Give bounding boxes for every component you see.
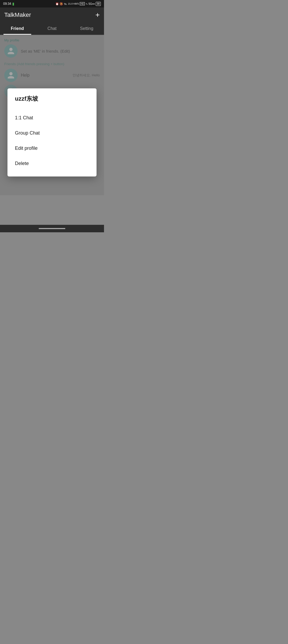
add-button[interactable]: + xyxy=(95,11,100,19)
signal-icon: 5G▪▪▪ xyxy=(89,2,95,5)
modal-title: uzzf东坡 xyxy=(15,95,89,103)
content-area: My profile Set as 'ME' in friends. (Edit… xyxy=(0,35,104,195)
bottom-nav-bar xyxy=(0,225,104,232)
tab-friend[interactable]: Friend xyxy=(0,22,35,35)
status-time-section: 09:34 ▮ xyxy=(3,2,14,6)
message-app-icon: ▮ xyxy=(12,2,14,6)
speed-indicator: 21.0 KB/S xyxy=(68,2,79,5)
modal-item-group-chat[interactable]: Group Chat xyxy=(15,125,89,141)
tab-setting[interactable]: Setting xyxy=(69,22,104,35)
modal-item-delete[interactable]: Delete xyxy=(15,156,89,171)
bluetooth-icon: ℡ xyxy=(64,2,67,6)
home-indicator[interactable] xyxy=(39,228,65,229)
status-bar: 09:34 ▮ ⏰ 🔕 ℡ 21.0 KB/S HD ∿ 5G▪▪▪ 98 xyxy=(0,0,104,7)
modal-item-one-on-one-chat[interactable]: 1:1 Chat xyxy=(15,110,89,125)
tab-chat[interactable]: Chat xyxy=(35,22,69,35)
tab-bar: Friend Chat Setting xyxy=(0,22,104,35)
battery-level: 98 xyxy=(97,2,100,5)
modal-item-edit-profile[interactable]: Edit profile xyxy=(15,141,89,156)
mute-icon: 🔕 xyxy=(59,2,63,6)
wifi-icon: ∿ xyxy=(86,2,88,5)
status-icons: ⏰ 🔕 ℡ 21.0 KB/S HD ∿ 5G▪▪▪ 98 xyxy=(55,2,101,6)
hd-badge: HD xyxy=(80,2,85,5)
app-header: TalkMaker + xyxy=(0,7,104,22)
status-time: 09:34 xyxy=(3,2,11,6)
context-menu-modal: uzzf东坡 1:1 Chat Group Chat Edit profile … xyxy=(7,88,97,176)
alarm-icon: ⏰ xyxy=(55,2,59,5)
app-title: TalkMaker xyxy=(4,11,31,18)
battery-icon: 98 xyxy=(96,2,101,6)
